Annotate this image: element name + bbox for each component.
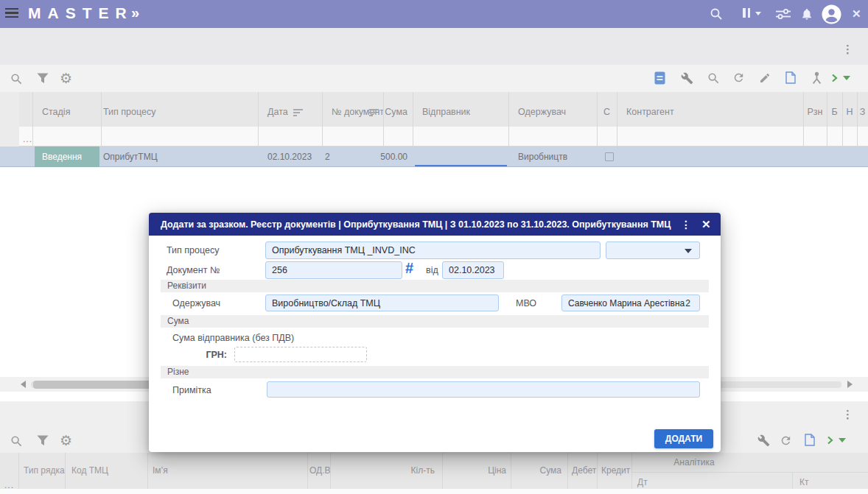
expand-chevron-icon[interactable]	[831, 74, 838, 82]
add-button[interactable]: ДОДАТИ	[654, 429, 713, 448]
col-sum[interactable]: Сума	[383, 107, 407, 117]
grn-amount-input[interactable]	[234, 347, 367, 362]
registry-filter-row[interactable]	[0, 127, 868, 147]
edit-pencil-icon[interactable]	[759, 72, 771, 84]
registry-toolbar: ⚙	[0, 65, 868, 92]
sum-section-header: Сума	[161, 315, 709, 328]
rows-filter-row[interactable]	[0, 489, 868, 494]
cell-doc-number: 2	[325, 152, 330, 162]
zoom-search-icon[interactable]	[707, 72, 720, 85]
col-receiver[interactable]: Одержувач	[518, 107, 566, 117]
row-selector-dots: ...	[23, 134, 32, 144]
requisites-section-header: Реквізити	[161, 280, 709, 292]
dialog-menu-icon[interactable]: ⋮	[681, 219, 691, 230]
more-actions-caret-icon[interactable]	[843, 76, 850, 80]
process-person-icon[interactable]	[811, 71, 823, 85]
doc-number-input[interactable]: 256	[265, 261, 402, 279]
scrollbar-thumb[interactable]	[33, 381, 161, 389]
rows-refresh-icon[interactable]	[780, 434, 792, 447]
brand-arrows: »	[131, 4, 139, 21]
dialog-close-icon[interactable]: ✕	[701, 218, 711, 231]
col-rzn[interactable]: Рзн	[803, 107, 827, 117]
bell-icon[interactable]	[800, 7, 813, 21]
mvo-code: 2	[685, 295, 690, 311]
process-type-input[interactable]: Оприбуткування ТМЦ _INVD_INC	[265, 241, 601, 259]
rows-more-actions-caret-icon[interactable]	[839, 438, 846, 442]
col-c[interactable]: С	[597, 107, 617, 117]
receiver-input[interactable]: Виробництво/Склад ТМЦ	[265, 294, 499, 311]
app-window: MASTER » ✕ Реєстр документів | Оприб	[0, 0, 868, 494]
col-analytics-kt[interactable]: Кт	[799, 477, 809, 487]
currency-label: ГРН:	[161, 350, 227, 360]
process-type-dropdown[interactable]	[606, 241, 700, 259]
search-icon[interactable]	[710, 7, 723, 21]
col-sum2[interactable]: Сума	[516, 465, 561, 476]
doc-number-label: Документ №	[167, 265, 220, 275]
col-n[interactable]: Н	[842, 107, 857, 117]
note-input[interactable]	[267, 381, 700, 398]
col-qty[interactable]: Кіл-ть	[361, 465, 435, 476]
col-price[interactable]: Ціна	[447, 465, 506, 476]
menu-icon[interactable]	[5, 8, 18, 18]
tab-bar: Реєстр документів | Оприбуткування ТМЦ |…	[0, 28, 868, 65]
rows-filter-icon[interactable]	[37, 435, 49, 446]
dropdown-caret-icon	[685, 249, 692, 253]
scroll-left-icon[interactable]	[21, 381, 26, 388]
filter-icon[interactable]	[37, 73, 49, 84]
settings-gear-icon[interactable]: ⚙	[60, 71, 72, 85]
dialog-title: Додати за зразком. Реєстр документів | О…	[161, 219, 671, 230]
sort-icon-date[interactable]	[293, 109, 303, 117]
registry-gutter	[0, 92, 19, 147]
dialog-header[interactable]: Додати за зразком. Реєстр документів | О…	[149, 213, 721, 236]
col-date[interactable]: Дата	[267, 107, 288, 117]
receiver-label: Одержувач	[172, 298, 220, 308]
rows-search-icon[interactable]	[10, 435, 23, 448]
close-app-icon[interactable]: ✕	[852, 7, 861, 21]
mvo-value: Савченко Марина Арестівна	[568, 298, 685, 308]
row-checkbox[interactable]	[605, 152, 614, 161]
col-stage[interactable]: Стадія	[42, 107, 70, 117]
avatar[interactable]	[822, 4, 841, 24]
sender-sum-label: Сума відправника (без ПДВ)	[172, 333, 294, 343]
grid-search-icon[interactable]	[10, 73, 23, 85]
rows-expand-chevron-icon[interactable]	[827, 436, 833, 445]
tune-icon[interactable]	[776, 8, 791, 20]
add-document-dialog: Додати за зразком. Реєстр документів | О…	[149, 213, 721, 452]
tab-bar-menu-icon[interactable]: ⋮	[842, 44, 853, 54]
top-bar: MASTER » ✕	[0, 0, 868, 28]
process-type-label: Тип процесу	[167, 245, 219, 255]
col-process-type[interactable]: Тип процесу	[103, 107, 155, 117]
col-z[interactable]: З	[857, 107, 868, 117]
document-filled-icon[interactable]	[654, 71, 665, 85]
selected-cell-underline[interactable]	[415, 165, 507, 166]
col-analytics-dt[interactable]: Дт	[637, 477, 648, 487]
col-contractor[interactable]: Контрагент	[626, 107, 674, 117]
document-outline-icon[interactable]	[785, 71, 796, 84]
scroll-right-icon[interactable]	[847, 381, 853, 388]
col-name[interactable]: Ім’я	[153, 465, 168, 476]
mvo-input[interactable]: Савченко Марина Арестівна 2	[561, 294, 700, 311]
cell-date: 02.10.2023	[267, 152, 312, 162]
cell-sum: 500.00	[346, 152, 407, 162]
rows-settings-gear-icon[interactable]: ⚙	[60, 434, 72, 448]
col-analytics-group: Аналітика	[631, 457, 757, 467]
rows-panel-menu-icon[interactable]: ⋮	[842, 409, 853, 420]
col-credit[interactable]: Кредит	[601, 465, 630, 476]
col-row-type[interactable]: Тип рядка	[24, 465, 65, 476]
rows-wrench-icon[interactable]	[757, 434, 770, 447]
pause-dropdown-icon[interactable]	[743, 8, 765, 20]
refresh-icon[interactable]	[732, 71, 745, 84]
doc-date-input[interactable]: 02.10.2023	[442, 261, 504, 279]
cell-receiver: Виробництв	[518, 152, 567, 162]
numbering-hash-icon[interactable]: #	[405, 260, 413, 277]
col-debit[interactable]: Дебет	[572, 465, 596, 476]
col-tmc-code[interactable]: Код ТМЦ	[71, 465, 108, 476]
wrench-icon[interactable]	[681, 72, 693, 85]
brand-logo: MASTER	[28, 4, 133, 22]
rows-document-outline-icon[interactable]	[805, 434, 815, 446]
col-b[interactable]: Б	[827, 107, 842, 117]
note-label: Примітка	[172, 385, 211, 395]
col-sender[interactable]: Відправник	[422, 107, 470, 117]
sort-icon-doc-number[interactable]	[369, 109, 379, 117]
col-unit[interactable]: ОД.В	[309, 465, 330, 476]
